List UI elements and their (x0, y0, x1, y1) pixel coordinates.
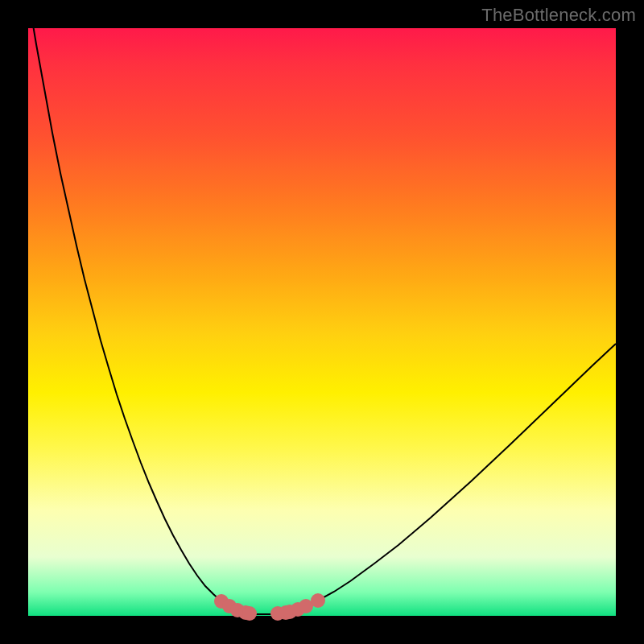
bead-marker (242, 606, 257, 621)
bottleneck-curve (28, 0, 616, 614)
plot-area (28, 28, 616, 616)
bead-group (214, 593, 325, 621)
curve-svg (28, 28, 616, 616)
bead-marker (311, 593, 325, 608)
watermark-text: TheBottleneck.com (481, 5, 636, 26)
chart-frame: TheBottleneck.com (0, 0, 644, 644)
